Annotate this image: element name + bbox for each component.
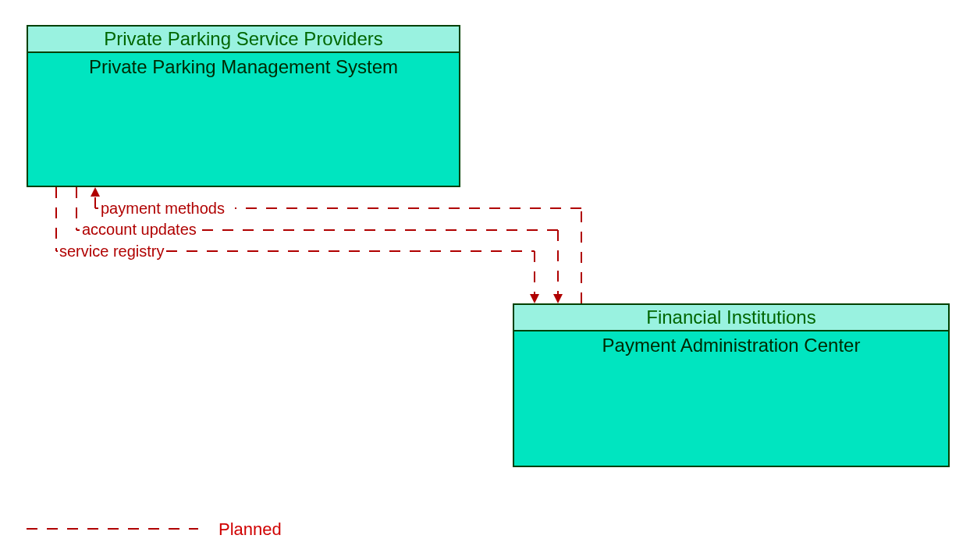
flow-payment-methods-arrow <box>91 187 100 197</box>
box-private-parking: Private Parking Service Providers Privat… <box>27 25 460 187</box>
flow-label-payment-methods: payment methods <box>101 200 225 218</box>
flow-label-service-registry: service registry <box>59 243 164 261</box>
box-payment-admin: Financial Institutions Payment Administr… <box>513 303 950 467</box>
box-payment-admin-owner: Financial Institutions <box>514 305 948 331</box>
flow-service-registry-arrow <box>530 294 539 303</box>
box-private-parking-system: Private Parking Management System <box>28 53 459 78</box>
legend-planned-label: Planned <box>218 519 282 540</box>
flow-account-updates-arrow <box>553 294 563 303</box>
flow-label-account-updates: account updates <box>82 221 197 239</box>
box-payment-admin-system: Payment Administration Center <box>514 331 948 356</box>
box-private-parking-owner: Private Parking Service Providers <box>28 27 459 53</box>
